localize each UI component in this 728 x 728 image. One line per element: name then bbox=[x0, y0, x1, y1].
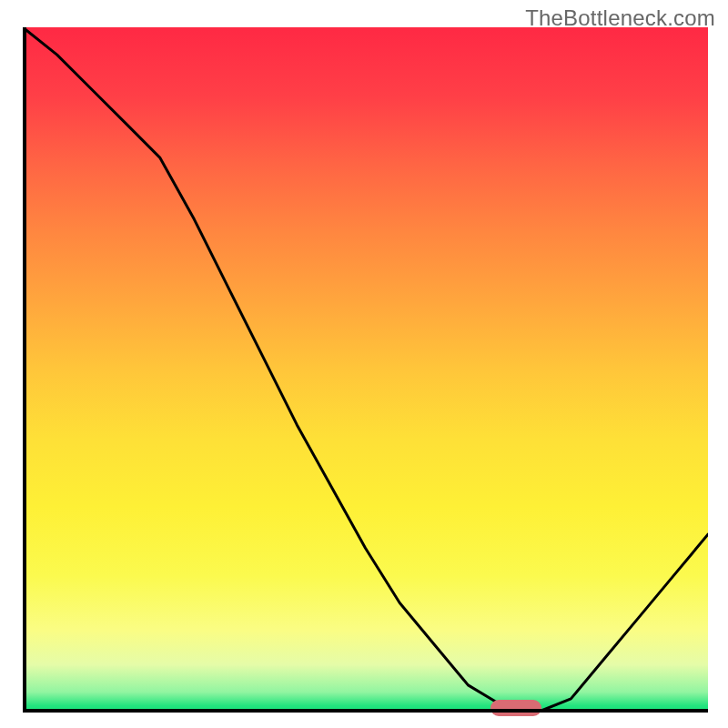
chart-background bbox=[23, 27, 708, 713]
chart-marker bbox=[490, 700, 541, 716]
